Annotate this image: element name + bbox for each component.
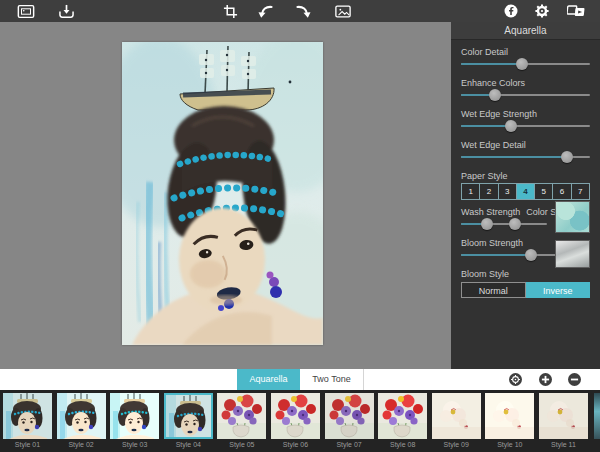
fit-icon[interactable] [509, 373, 522, 386]
slider-fill [461, 63, 522, 65]
slider-thumb[interactable] [489, 89, 501, 101]
style-thumbnail-label: Style 03 [110, 441, 159, 448]
slider-thumb[interactable] [505, 120, 517, 132]
slider-section: Color Detail [461, 47, 590, 71]
bloom-style-options: Normal Inverse [461, 282, 590, 298]
paper-style-option[interactable]: 1 [462, 184, 480, 199]
slider-thumb[interactable] [516, 58, 528, 70]
slider-list: Color Detail Enhance Colors Wet Edge Str… [461, 47, 590, 164]
wash-strength-thumb[interactable] [481, 218, 493, 230]
style-thumbnails: Style 01 Style 02 Style 03 Style 04 Styl… [3, 393, 588, 448]
slider[interactable] [461, 89, 590, 102]
bloom-strength-slider[interactable] [461, 249, 565, 262]
preview-image-icon[interactable] [333, 3, 353, 19]
slider-thumb[interactable] [561, 151, 573, 163]
wash-strength-label: Wash Strength [461, 207, 520, 217]
slider-label: Wet Edge Strength [461, 109, 590, 119]
style-thumbnail-label: Style 10 [485, 441, 534, 448]
style-thumbnail-label: Style 04 [164, 441, 213, 448]
tab-bar: Aquarella Two Tone [0, 369, 600, 390]
style-thumbnail-label: Style 06 [271, 441, 320, 448]
style-thumbnail-label: Style 07 [325, 441, 374, 448]
redo-icon[interactable] [293, 3, 313, 19]
style-thumbnail-label: Style 02 [57, 441, 106, 448]
slider[interactable] [461, 120, 590, 133]
style-thumbnail[interactable]: Style 05 [217, 393, 266, 448]
style-thumbnail-image[interactable] [217, 393, 266, 439]
bloom-strength-section: Bloom Strength [461, 238, 590, 262]
style-thumbnail-image[interactable] [378, 393, 427, 439]
slider-label: Wet Edge Detail [461, 140, 590, 150]
style-thumbnail-image[interactable] [539, 393, 588, 439]
style-thumbnail[interactable]: Style 04 [164, 393, 213, 448]
style-thumbnail[interactable]: Style 07 [325, 393, 374, 448]
style-thumbnail-image[interactable] [485, 393, 534, 439]
canvas [0, 22, 451, 369]
slider-fill [461, 125, 511, 127]
bloom-style-option[interactable]: Normal [461, 282, 526, 298]
slider[interactable] [461, 58, 590, 71]
slider-section: Wet Edge Detail [461, 140, 590, 164]
zoom-out-icon[interactable] [568, 373, 581, 386]
style-thumbnail-label: Style 09 [432, 441, 481, 448]
bloom-preview-swatch[interactable] [555, 240, 590, 268]
paper-style-option[interactable]: 5 [535, 184, 553, 199]
settings-icon[interactable] [532, 3, 552, 19]
paper-style-section: Paper Style 1 2 3 4 5 6 7 [461, 171, 590, 200]
style-thumbnail[interactable]: Style 11 [539, 393, 588, 448]
style-thumbnail-label: Style 05 [217, 441, 266, 448]
wash-preview-swatch[interactable] [555, 201, 590, 233]
slider-label: Color Detail [461, 47, 590, 57]
toolbar [0, 0, 600, 22]
export-icon[interactable] [56, 3, 76, 19]
slider-section: Enhance Colors [461, 78, 590, 102]
style-thumbnail-image[interactable] [110, 393, 159, 439]
paper-style-options: 1 2 3 4 5 6 7 [461, 183, 590, 200]
undo-icon[interactable] [256, 3, 276, 19]
bloom-strength-thumb[interactable] [525, 249, 537, 261]
style-thumbnail[interactable]: Style 08 [378, 393, 427, 448]
style-thumbnail[interactable]: Style 03 [110, 393, 159, 448]
zoom-in-icon[interactable] [539, 373, 552, 386]
style-thumbnail-image[interactable] [164, 393, 213, 439]
facebook-icon[interactable] [501, 3, 521, 19]
wash-color-slider[interactable] [461, 218, 547, 231]
paper-style-option[interactable]: 2 [480, 184, 498, 199]
slider-fill [461, 156, 567, 158]
color-shift-thumb[interactable] [509, 218, 521, 230]
style-thumbnail-image[interactable] [57, 393, 106, 439]
style-thumbnail-label: Style 01 [3, 441, 52, 448]
share-icon[interactable] [565, 3, 589, 19]
style-thumbnail[interactable]: Style 02 [57, 393, 106, 448]
slider-fill [461, 254, 531, 256]
paper-style-option[interactable]: 3 [499, 184, 517, 199]
effect-panel: Aquarella Color Detail Enhance Colors We… [451, 22, 600, 369]
panel-title: Aquarella [451, 22, 600, 40]
style-thumbnail[interactable]: Style 01 [3, 393, 52, 448]
paper-style-label: Paper Style [461, 171, 590, 181]
effect-tabs: Aquarella Two Tone [237, 369, 364, 390]
style-thumbnail-image[interactable] [432, 393, 481, 439]
style-thumbnail-image[interactable] [3, 393, 52, 439]
slider-label: Enhance Colors [461, 78, 590, 88]
open-image-icon[interactable] [16, 3, 36, 19]
effect-tab[interactable]: Aquarella [237, 369, 300, 390]
style-thumbnail[interactable]: Style 10 [485, 393, 534, 448]
paper-style-option[interactable]: 6 [553, 184, 571, 199]
style-thumbnail-image[interactable] [325, 393, 374, 439]
thumbnail-partial[interactable] [594, 393, 600, 439]
slider[interactable] [461, 151, 590, 164]
bloom-style-option[interactable]: Inverse [526, 282, 591, 298]
style-thumbnail-image[interactable] [271, 393, 320, 439]
style-thumbnail[interactable]: Style 06 [271, 393, 320, 448]
paper-style-option[interactable]: 7 [572, 184, 589, 199]
effect-tab[interactable]: Two Tone [300, 369, 364, 390]
style-thumbnail-label: Style 11 [539, 441, 588, 448]
preview-image [122, 42, 323, 345]
paper-style-option[interactable]: 4 [517, 184, 535, 199]
slider-section: Wet Edge Strength [461, 109, 590, 133]
crop-icon[interactable] [220, 3, 240, 19]
style-thumbnail-label: Style 08 [378, 441, 427, 448]
app-window: Aquarella Color Detail Enhance Colors We… [0, 0, 600, 452]
style-thumbnail[interactable]: Style 09 [432, 393, 481, 448]
